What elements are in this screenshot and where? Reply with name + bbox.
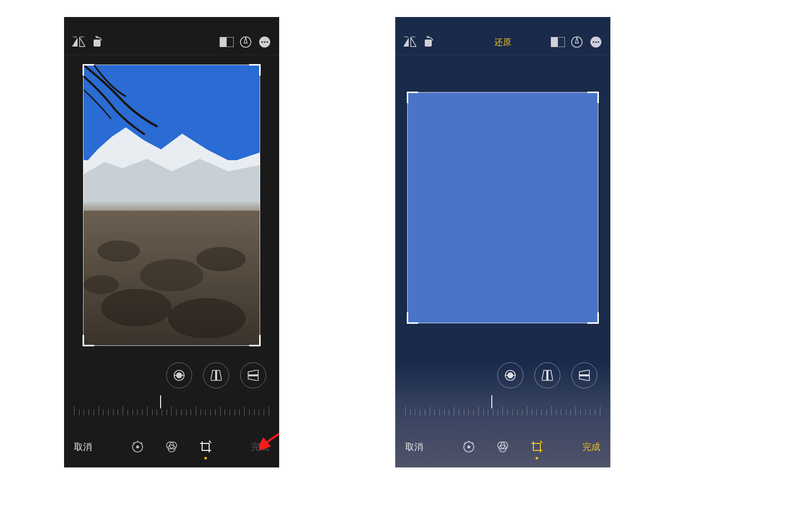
flip-horizontal-icon[interactable]: [400, 33, 419, 52]
crop-handle-tl[interactable]: [83, 64, 94, 76]
svg-point-17: [84, 275, 119, 294]
angle-ruler[interactable]: [405, 400, 600, 415]
cancel-button[interactable]: 取消: [74, 441, 92, 453]
phone-left: 取消 完成: [64, 17, 279, 467]
crop-canvas[interactable]: [64, 65, 279, 346]
aspect-ratio-icon[interactable]: [217, 33, 236, 52]
svg-point-9: [266, 41, 268, 43]
markup-circle-icon[interactable]: [567, 33, 586, 52]
phone-right: 还原: [395, 17, 610, 467]
rotate-icon[interactable]: [419, 33, 438, 52]
svg-point-16: [168, 298, 246, 339]
svg-point-8: [264, 41, 265, 43]
done-button: 完成: [251, 441, 269, 453]
crop-handle-br[interactable]: [249, 335, 261, 346]
svg-marker-49: [579, 374, 589, 376]
perspective-horizontal-button[interactable]: [240, 362, 266, 388]
svg-point-40: [592, 41, 594, 43]
rotate-icon[interactable]: [88, 33, 107, 52]
svg-point-7: [261, 41, 263, 43]
toolbar-divider: [395, 55, 610, 55]
svg-point-14: [196, 247, 246, 271]
perspective-horizontal-button[interactable]: [571, 362, 597, 388]
crop-handle-bl[interactable]: [407, 312, 418, 324]
adjust-mode-button[interactable]: [461, 439, 476, 454]
svg-marker-24: [248, 374, 258, 376]
svg-point-12: [98, 240, 140, 262]
crop-handle-br[interactable]: [587, 312, 599, 324]
filters-mode-button[interactable]: [495, 439, 510, 454]
crop-handle-tl[interactable]: [407, 92, 418, 103]
bottom-bar: 取消 完成: [395, 435, 610, 458]
crop-mode-button[interactable]: [529, 439, 544, 454]
svg-point-26: [136, 445, 139, 448]
adjust-mode-button[interactable]: [130, 439, 145, 454]
toolbar-divider: [64, 55, 279, 55]
straighten-button[interactable]: [166, 362, 192, 388]
crop-mode-button[interactable]: [198, 439, 213, 454]
perspective-vertical-button[interactable]: [534, 362, 560, 388]
adjust-row: [64, 362, 266, 388]
mode-bar: [130, 439, 213, 454]
mode-bar: [461, 439, 544, 454]
crop-frame[interactable]: [407, 92, 598, 323]
straighten-button[interactable]: [497, 362, 523, 388]
reset-button[interactable]: 还原: [488, 37, 518, 48]
angle-ruler[interactable]: [74, 400, 269, 415]
crop-handle-bl[interactable]: [83, 335, 94, 346]
svg-point-51: [467, 445, 470, 448]
top-toolbar: [64, 32, 279, 52]
crop-handle-tr[interactable]: [587, 92, 599, 103]
svg-point-45: [507, 372, 513, 378]
done-button[interactable]: 完成: [582, 441, 600, 453]
aspect-ratio-icon[interactable]: [548, 33, 567, 52]
svg-marker-47: [546, 370, 548, 380]
crop-handle-tr[interactable]: [249, 64, 261, 76]
top-toolbar: 还原: [395, 32, 610, 52]
svg-point-20: [176, 372, 182, 378]
markup-circle-icon[interactable]: [236, 33, 255, 52]
filters-mode-button[interactable]: [164, 439, 179, 454]
bottom-bar: 取消 完成: [64, 435, 279, 458]
svg-marker-22: [215, 370, 217, 380]
svg-point-13: [140, 259, 204, 292]
svg-point-15: [101, 289, 172, 326]
ellipsis-icon[interactable]: [586, 33, 605, 52]
flip-horizontal-icon[interactable]: [69, 33, 88, 52]
perspective-vertical-button[interactable]: [203, 362, 229, 388]
svg-point-42: [597, 41, 599, 43]
svg-rect-4: [220, 37, 227, 47]
svg-point-41: [595, 41, 596, 43]
crop-frame[interactable]: [83, 65, 260, 346]
svg-rect-35: [425, 40, 432, 47]
adjust-row: [395, 362, 597, 388]
ellipsis-icon[interactable]: [255, 33, 274, 52]
svg-rect-2: [94, 40, 101, 47]
cancel-button[interactable]: 取消: [405, 441, 423, 453]
svg-rect-37: [551, 37, 558, 47]
crop-canvas[interactable]: [395, 92, 610, 323]
